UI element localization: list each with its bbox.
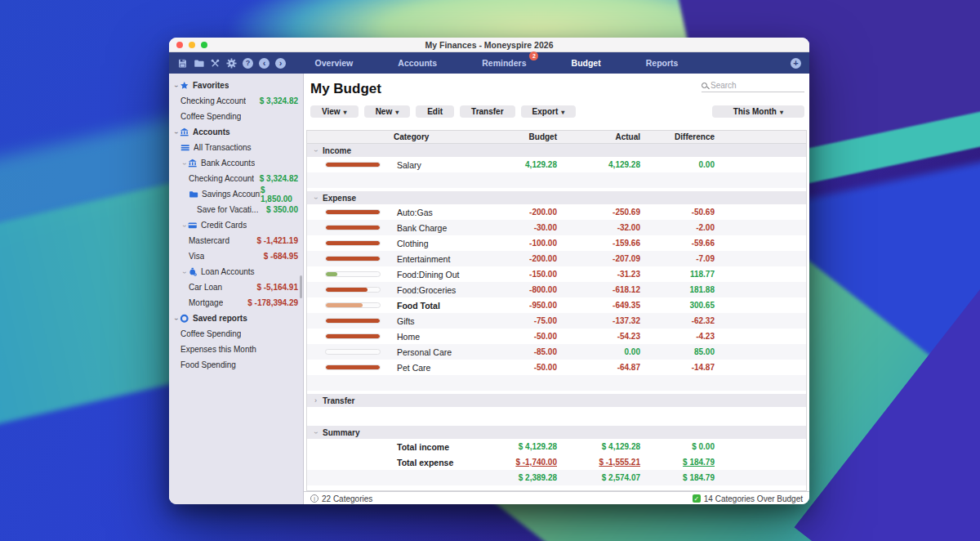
nav-tab-budget[interactable]: Budget (568, 56, 604, 69)
sidebar-item-checking-account[interactable]: Checking Account$ 3,324.82 (169, 93, 303, 109)
sidebar-item-label: Checking Account (189, 174, 254, 183)
sidebar-scrollbar[interactable] (300, 275, 302, 298)
budget-row-food-groceries[interactable]: Food:Groceries-800.00-618.12181.88 (307, 282, 806, 297)
sidebar-item-visa[interactable]: Visa$ -684.95 (169, 248, 303, 264)
button-label: Edit (427, 107, 443, 116)
nav-tab-accounts[interactable]: Accounts (394, 56, 440, 69)
sidebar-item-accounts[interactable]: Accounts (169, 124, 303, 140)
toolbar-icons (177, 58, 286, 69)
sidebar-item-bank-accounts[interactable]: Bank Accounts (169, 155, 303, 171)
window-title: My Finances - Moneyspire 2026 (169, 40, 809, 50)
amount-c-a: -54.23 (557, 332, 640, 341)
budget-row-home[interactable]: Home-50.00-54.23-4.23 (307, 329, 806, 344)
sidebar-item-label: Coffee Spending (180, 112, 241, 121)
budget-table: CategoryBudgetActualDifference IncomeSal… (306, 130, 807, 491)
budget-progress-bar (325, 364, 381, 370)
sidebar-item-coffee-spending[interactable]: Coffee Spending (169, 326, 303, 342)
budget-row-total-expense[interactable]: Total expense$ -1,740.00$ -1,555.21$ 184… (307, 454, 806, 470)
budget-row-gifts[interactable]: Gifts-75.00-137.32-62.32 (307, 313, 806, 329)
section-header-income[interactable]: Income (307, 144, 806, 157)
export-button[interactable]: Export (521, 105, 577, 118)
section-header-transfer[interactable]: Transfer (307, 394, 806, 407)
amount-c-d: 300.65 (640, 301, 715, 310)
sidebar-item-checking-account[interactable]: Checking Account$ 3,324.82 (169, 171, 303, 186)
col-header-category[interactable]: Category (389, 132, 475, 141)
transfer-button[interactable]: Transfer (460, 105, 514, 118)
account-balance: $ 1,850.00 (261, 186, 298, 203)
amount-c-b: -30.00 (475, 223, 557, 232)
budget-row-bank-charge[interactable]: Bank Charge-30.00-32.00-2.00 (307, 220, 806, 235)
sidebar-item-save-for-vacati[interactable]: Save for Vacati...$ 350.00 (169, 202, 303, 217)
amount-c-a: -207.09 (557, 254, 640, 263)
loan-icon (188, 267, 201, 277)
amount-c-b: -50.00 (475, 363, 557, 372)
sidebar-item-mastercard[interactable]: Mastercard$ -1,421.19 (169, 233, 303, 248)
sidebar-item-label: Mastercard (189, 236, 229, 245)
section-header-summary[interactable]: Summary (307, 426, 806, 439)
col-header-actual[interactable]: Actual (557, 132, 640, 141)
period-selector[interactable]: This Month (712, 105, 804, 118)
sidebar-item-coffee-spending[interactable]: Coffee Spending (169, 109, 303, 124)
view-button[interactable]: View (310, 105, 359, 118)
amount-c-b: -950.00 (475, 301, 557, 310)
card-icon (188, 221, 201, 230)
col-header-difference[interactable]: Difference (640, 132, 715, 141)
chevron-down-icon (312, 194, 320, 202)
sidebar-item-credit-cards[interactable]: Credit Cards (169, 217, 303, 233)
nav-tab-reports[interactable]: Reports (643, 56, 682, 69)
category-name: Entertainment (389, 254, 475, 264)
budget-row-salary[interactable]: Salary4,129.284,129.280.00 (307, 157, 806, 172)
tools-icon[interactable] (210, 58, 220, 69)
section-header-expense[interactable]: Expense (307, 191, 806, 204)
main-navbar: OverviewAccountsReminders2BudgetReports (169, 52, 809, 74)
sidebar-item-expenses-this-month[interactable]: Expenses this Month (169, 342, 303, 357)
budget-progress-bar (325, 162, 381, 168)
amount-c-b: -200.00 (475, 208, 557, 217)
budget-row-personal-care[interactable]: Personal Care-85.000.0085.00 (307, 344, 806, 360)
help-icon[interactable] (243, 58, 253, 69)
save-icon[interactable] (177, 58, 188, 69)
budget-progress-bar (325, 349, 381, 355)
amount-c-d: -14.87 (640, 363, 715, 372)
sidebar-item-label: Saved reports (193, 314, 247, 323)
sidebar-item-loan-accounts[interactable]: Loan Accounts (169, 264, 303, 279)
folder-icon[interactable] (194, 58, 204, 69)
empty-row (307, 407, 806, 423)
sidebar-item-food-spending[interactable]: Food Spending (169, 357, 303, 373)
search-input[interactable] (710, 81, 804, 90)
sidebar-item-car-loan[interactable]: Car Loan$ -5,164.91 (169, 279, 303, 295)
amount-c-b: -50.00 (475, 332, 557, 341)
budget-row-auto-gas[interactable]: Auto:Gas-200.00-250.69-50.69 (307, 204, 806, 220)
sidebar-item-savings-account[interactable]: Savings Account$ 1,850.00 (169, 186, 303, 202)
amount-c-d: $ 0.00 (640, 442, 715, 451)
amount-c-b: -75.00 (475, 316, 557, 325)
budget-row-food-total[interactable]: Food Total-950.00-649.35300.65 (307, 297, 806, 313)
button-label: View (322, 107, 341, 116)
forward-icon[interactable] (275, 58, 286, 69)
sidebar-item-all-transactions[interactable]: All Transactions (169, 140, 303, 155)
col-header-budget[interactable]: Budget (475, 132, 557, 141)
amount-c-a: -64.87 (557, 363, 640, 372)
titlebar[interactable]: My Finances - Moneyspire 2026 (169, 38, 809, 52)
add-icon[interactable] (791, 58, 801, 69)
chevron-down-icon (180, 222, 189, 230)
budget-row-entertainment[interactable]: Entertainment-200.00-207.09-7.09 (307, 251, 806, 266)
new-button[interactable]: New (364, 105, 411, 118)
nav-tab-reminders[interactable]: Reminders2 (479, 56, 529, 69)
sidebar-item-mortgage[interactable]: Mortgage$ -178,394.29 (169, 295, 303, 311)
checkbox-icon[interactable] (693, 494, 701, 503)
budget-row-food-dining-out[interactable]: Food:Dining Out-150.00-31.23118.77 (307, 266, 806, 282)
budget-row-clothing[interactable]: Clothing-100.00-159.66-59.66 (307, 235, 806, 251)
edit-button[interactable]: Edit (416, 105, 454, 118)
sidebar-item-saved-reports[interactable]: Saved reports (169, 311, 303, 326)
nav-tab-overview[interactable]: Overview (312, 56, 357, 69)
sidebar-item-favorites[interactable]: Favorites (169, 78, 303, 93)
back-icon[interactable] (259, 58, 270, 69)
amount-c-b: -200.00 (475, 254, 557, 263)
budget-row-total-income[interactable]: Total income$ 4,129.28$ 4,129.28$ 0.00 (307, 439, 806, 454)
budget-row-pet-care[interactable]: Pet Care-50.00-64.87-14.87 (307, 360, 806, 375)
budget-row-total[interactable]: $ 2,389.28$ 2,574.07$ 184.79 (307, 470, 806, 485)
button-label: New (376, 107, 393, 116)
gear-icon[interactable] (226, 58, 237, 69)
budget-progress-bar (325, 287, 381, 293)
